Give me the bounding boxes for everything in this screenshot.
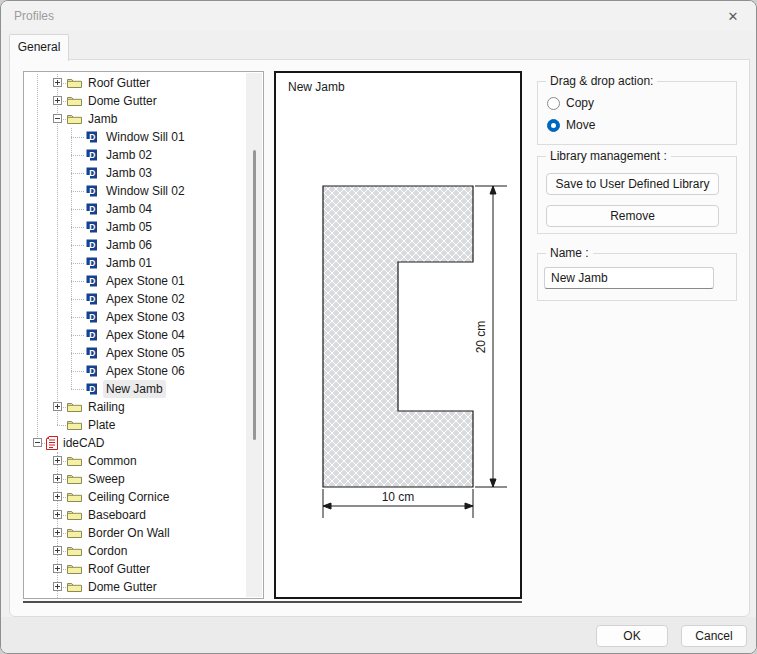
tree-item-label: Common: [85, 452, 140, 470]
tree-item[interactable]: Cordon: [24, 542, 246, 560]
tree-item[interactable]: DNew Jamb: [24, 380, 246, 398]
tree-item[interactable]: Dome Gutter: [24, 92, 246, 110]
radio-option-label: Copy: [566, 96, 594, 110]
tree-connector: [71, 209, 84, 210]
tree-item-label: Jamb 05: [103, 218, 155, 236]
tree-item[interactable]: DJamb 03: [24, 164, 246, 182]
tree-item[interactable]: Baseboard: [24, 506, 246, 524]
folder-icon: [67, 473, 82, 485]
tree-item[interactable]: Dome Gutter: [24, 578, 246, 596]
tree-item[interactable]: DJamb 06: [24, 236, 246, 254]
library-group-title: Library management :: [546, 149, 671, 163]
profile-tree[interactable]: Roof GutterDome GutterJambDWindow Sill 0…: [23, 71, 264, 599]
svg-text:D: D: [89, 222, 95, 232]
tree-item[interactable]: DApex Stone 04: [24, 326, 246, 344]
radio-selected-icon[interactable]: [547, 119, 560, 132]
folder-icon: [67, 113, 82, 125]
tree-item[interactable]: DWindow Sill 02: [24, 182, 246, 200]
folder-icon: [67, 563, 82, 575]
cancel-button[interactable]: Cancel: [681, 625, 747, 647]
tree-item[interactable]: DJamb 04: [24, 200, 246, 218]
expand-icon[interactable]: [53, 528, 62, 537]
name-group: Name :: [537, 253, 737, 301]
tree-item[interactable]: Sweep: [24, 470, 246, 488]
tree-item-label: Window Sill 01: [103, 128, 188, 146]
tree-item[interactable]: Plate: [24, 416, 246, 434]
library-management-group: Library management : Save to User Define…: [537, 156, 737, 234]
tree-item-label: Apex Stone 01: [103, 272, 188, 290]
profile-shape: [323, 186, 473, 487]
tree-item-label: ideCAD: [60, 434, 107, 452]
tree-item[interactable]: Border On Wall: [24, 524, 246, 542]
profile-icon: D: [85, 293, 98, 306]
profile-icon: D: [85, 275, 98, 288]
tree-item-label: Apex Stone 04: [103, 326, 188, 344]
svg-text:D: D: [89, 150, 95, 160]
tree-item[interactable]: DJamb 05: [24, 218, 246, 236]
folder-icon: [67, 491, 82, 503]
radio-option-move[interactable]: Move: [547, 115, 595, 135]
tree-item[interactable]: Jamb: [24, 596, 246, 598]
tree-item[interactable]: Jamb: [24, 110, 246, 128]
profile-icon: D: [85, 185, 98, 198]
expand-icon[interactable]: [53, 456, 62, 465]
tree-item-label: Dome Gutter: [85, 578, 160, 596]
tree-item[interactable]: DApex Stone 01: [24, 272, 246, 290]
tree-item-label: Baseboard: [85, 506, 149, 524]
tree-item[interactable]: Roof Gutter: [24, 74, 246, 92]
tree-item-label: Roof Gutter: [85, 560, 153, 578]
tree-item-label: Jamb 04: [103, 200, 155, 218]
expand-icon[interactable]: [53, 510, 62, 519]
tree-connector: [71, 389, 84, 390]
tree-item-label: Jamb 01: [103, 254, 155, 272]
tree-item[interactable]: DJamb 02: [24, 146, 246, 164]
tree-item[interactable]: DWindow Sill 01: [24, 128, 246, 146]
tree-item-label: Apex Stone 02: [103, 290, 188, 308]
tree-item-label: Sweep: [85, 470, 128, 488]
tree-item[interactable]: Common: [24, 452, 246, 470]
folder-icon: [67, 455, 82, 467]
svg-text:D: D: [89, 240, 95, 250]
expand-icon[interactable]: [53, 96, 62, 105]
tree-scrollbar[interactable]: [246, 73, 262, 597]
tab-general[interactable]: General: [9, 34, 69, 61]
close-icon[interactable]: ✕: [710, 1, 756, 31]
collapse-icon[interactable]: [53, 114, 62, 123]
remove-button[interactable]: Remove: [546, 205, 719, 227]
tree-item[interactable]: Ceiling Cornice: [24, 488, 246, 506]
radio-option-copy[interactable]: Copy: [547, 93, 595, 113]
tree-item[interactable]: DApex Stone 03: [24, 308, 246, 326]
profile-tree-rows: Roof GutterDome GutterJambDWindow Sill 0…: [24, 72, 263, 598]
tree-item-label: Window Sill 02: [103, 182, 188, 200]
expand-icon[interactable]: [53, 474, 62, 483]
svg-text:D: D: [89, 312, 95, 322]
profile-icon: D: [85, 167, 98, 180]
tree-item[interactable]: DApex Stone 05: [24, 344, 246, 362]
tree-item[interactable]: Roof Gutter: [24, 560, 246, 578]
tree-connector: [71, 281, 84, 282]
radio-option-label: Move: [566, 118, 595, 132]
folder-icon: [67, 545, 82, 557]
tree-item[interactable]: DApex Stone 06: [24, 362, 246, 380]
svg-text:D: D: [89, 186, 95, 196]
profile-icon: D: [85, 203, 98, 216]
expand-icon[interactable]: [53, 564, 62, 573]
expand-icon[interactable]: [53, 492, 62, 501]
svg-text:D: D: [89, 276, 95, 286]
tree-item[interactable]: ideCAD: [24, 434, 246, 452]
profile-icon: D: [85, 311, 98, 324]
expand-icon[interactable]: [53, 78, 62, 87]
tree-item[interactable]: DApex Stone 02: [24, 290, 246, 308]
tree-scrollbar-thumb[interactable]: [253, 150, 256, 440]
expand-icon[interactable]: [53, 402, 62, 411]
profile-name-input[interactable]: [544, 267, 714, 289]
tree-item-label: Jamb 02: [103, 146, 155, 164]
ok-button[interactable]: OK: [596, 625, 668, 647]
tree-item[interactable]: DJamb 01: [24, 254, 246, 272]
radio-unselected-icon[interactable]: [547, 97, 560, 110]
save-to-library-button[interactable]: Save to User Defined Library: [546, 173, 719, 195]
expand-icon[interactable]: [53, 546, 62, 555]
collapse-icon[interactable]: [33, 438, 42, 447]
expand-icon[interactable]: [53, 582, 62, 591]
tree-item[interactable]: Railing: [24, 398, 246, 416]
